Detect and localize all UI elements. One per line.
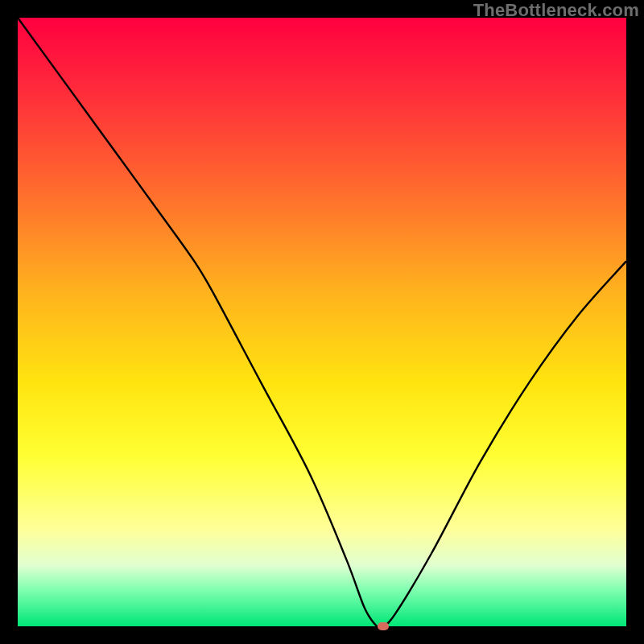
- bottleneck-curve: [18, 18, 626, 626]
- watermark-text: TheBottleneck.com: [473, 0, 639, 21]
- optimal-point-marker: [378, 622, 389, 630]
- chart-frame: TheBottleneck.com: [0, 0, 644, 644]
